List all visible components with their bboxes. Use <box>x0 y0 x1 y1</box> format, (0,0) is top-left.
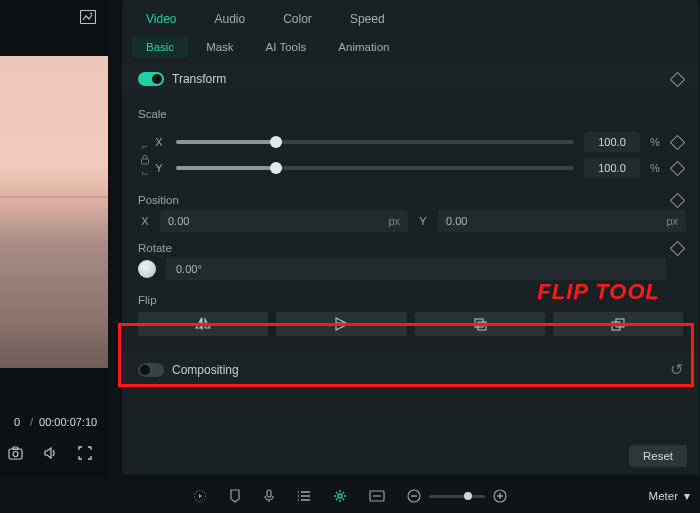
position-label: Position <box>138 194 179 206</box>
media-icon[interactable] <box>80 10 96 24</box>
zoom-out-button[interactable] <box>407 489 421 503</box>
flip-diagonal-1-button[interactable] <box>415 312 545 336</box>
transform-keyframe-icon[interactable] <box>670 71 686 87</box>
position-keyframe-icon[interactable] <box>670 192 686 208</box>
svg-point-1 <box>90 13 92 15</box>
sub-tabs: Basic Mask AI Tools Animation <box>122 32 699 64</box>
subtab-ai-tools[interactable]: AI Tools <box>252 36 321 58</box>
svg-rect-11 <box>267 490 271 497</box>
rotate-keyframe-icon[interactable] <box>670 240 686 256</box>
mic-icon[interactable] <box>263 489 275 503</box>
compositing-label: Compositing <box>172 363 239 377</box>
flip-tool-annotation: FLIP TOOL <box>537 279 660 305</box>
transform-section-header: Transform <box>122 64 699 94</box>
current-time: 0 <box>0 416 20 428</box>
scale-y-unit: % <box>650 162 662 174</box>
tab-audio[interactable]: Audio <box>200 6 259 32</box>
rotate-label: Rotate <box>138 242 172 254</box>
svg-rect-4 <box>13 447 18 450</box>
total-time: 00:00:07:10 <box>39 416 97 428</box>
transform-toggle[interactable] <box>138 72 164 86</box>
flip-diagonal-2-button[interactable] <box>553 312 683 336</box>
chevron-down-icon: ▾ <box>684 489 690 503</box>
svg-rect-7 <box>478 322 486 330</box>
lock-icon[interactable] <box>140 154 150 165</box>
bottom-toolbar: Meter ▾ <box>0 479 700 513</box>
flip-row <box>138 312 683 336</box>
subtab-basic[interactable]: Basic <box>132 36 188 58</box>
scale-x-slider[interactable] <box>176 140 574 144</box>
zoom-in-button[interactable] <box>493 489 507 503</box>
preview-thumbnail[interactable] <box>0 56 108 368</box>
svg-point-12 <box>338 494 342 498</box>
scale-y-axis: Y <box>152 162 166 174</box>
reset-button[interactable]: Reset <box>629 445 687 467</box>
snapshot-icon[interactable] <box>8 446 23 460</box>
svg-point-3 <box>13 452 18 457</box>
rotate-dial[interactable] <box>138 260 156 278</box>
svg-rect-2 <box>9 449 22 459</box>
tab-video[interactable]: Video <box>132 6 190 32</box>
pos-x-axis: X <box>138 215 152 227</box>
tab-speed[interactable]: Speed <box>336 6 399 32</box>
svg-rect-0 <box>81 11 96 24</box>
scale-x-value[interactable]: 100.0 <box>584 132 640 152</box>
pos-y-axis: Y <box>416 215 430 227</box>
scale-x-axis: X <box>152 136 166 148</box>
svg-rect-6 <box>475 319 483 327</box>
scale-y-keyframe-icon[interactable] <box>670 160 686 176</box>
subtab-mask[interactable]: Mask <box>192 36 247 58</box>
svg-rect-5 <box>142 159 149 164</box>
compositing-toggle[interactable] <box>138 363 164 377</box>
volume-icon[interactable] <box>43 446 58 460</box>
scale-label: Scale <box>138 108 683 120</box>
transform-label: Transform <box>172 72 226 86</box>
subtab-animation[interactable]: Animation <box>324 36 403 58</box>
aspect-icon[interactable] <box>369 490 385 502</box>
rotate-value[interactable]: 0.00° <box>166 258 666 280</box>
pos-x-input[interactable]: 0.00px <box>160 210 408 232</box>
marker-icon[interactable] <box>229 489 241 503</box>
time-slash: / <box>30 416 33 428</box>
meter-dropdown[interactable]: Meter ▾ <box>649 489 690 503</box>
flip-horizontal-button[interactable] <box>138 312 268 336</box>
scale-y-row: Y 100.0 % <box>152 158 683 178</box>
list-icon[interactable] <box>297 490 311 502</box>
compositing-refresh-icon[interactable]: ↺ <box>670 360 683 379</box>
scale-x-row: X 100.0 % <box>152 132 683 152</box>
ai-icon[interactable] <box>333 489 347 503</box>
scale-y-slider[interactable] <box>176 166 574 170</box>
fullscreen-icon[interactable] <box>78 446 92 460</box>
playhead-icon[interactable] <box>193 489 207 503</box>
zoom-slider[interactable] <box>429 495 485 498</box>
scale-x-unit: % <box>650 136 662 148</box>
main-tabs: Video Audio Color Speed <box>122 0 699 32</box>
flip-vertical-button[interactable] <box>276 312 406 336</box>
compositing-section-header: Compositing ↺ <box>122 352 699 387</box>
zoom-control <box>407 489 507 503</box>
tab-color[interactable]: Color <box>269 6 326 32</box>
scale-y-value[interactable]: 100.0 <box>584 158 640 178</box>
scale-x-keyframe-icon[interactable] <box>670 134 686 150</box>
preview-column: 0 / 00:00:07:10 <box>0 0 108 513</box>
pos-y-input[interactable]: 0.00px <box>438 210 686 232</box>
time-display: 0 / 00:00:07:10 <box>0 416 108 428</box>
inspector-panel: Video Audio Color Speed Basic Mask AI To… <box>122 0 699 475</box>
